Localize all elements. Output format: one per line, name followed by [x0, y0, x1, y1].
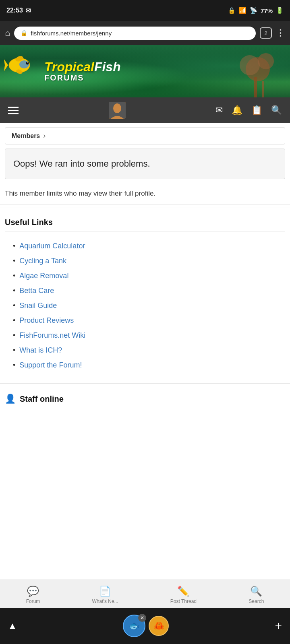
message-icon: ✉: [25, 7, 31, 14]
list-item: • Product Reviews: [13, 313, 285, 328]
wifi-icon: 📶: [239, 7, 246, 14]
tabs-button[interactable]: 2: [260, 27, 272, 39]
useful-links-section: Useful Links • Aquarium Calculator • Cyc…: [0, 211, 290, 380]
user-avatar[interactable]: [109, 102, 126, 119]
svg-point-4: [27, 62, 28, 63]
list-item: • Aquarium Calculator: [13, 239, 285, 254]
bullet-8: •: [13, 346, 15, 355]
bullet-1: •: [13, 242, 15, 250]
logo-forums: FORUMS: [44, 73, 121, 83]
post-thread-label: Post Thread: [170, 599, 197, 604]
tab-count: 2: [264, 30, 267, 36]
staff-online-section: 👤 Staff online: [0, 387, 290, 407]
url-bar[interactable]: 🔒 fishforums.net/members/jenny: [14, 27, 256, 40]
bell-icon[interactable]: 🔔: [232, 105, 242, 116]
link-what-is-ich[interactable]: What is ICH?: [19, 346, 62, 355]
list-item: • Algae Removal: [13, 268, 285, 283]
post-thread-icon: ✏️: [177, 586, 189, 597]
svg-point-3: [26, 62, 29, 65]
up-arrow-button[interactable]: ▲: [8, 621, 17, 631]
forum-icon: 💬: [27, 586, 39, 597]
lock-icon: 🔒: [228, 7, 236, 14]
tabs-row: 🐟 ✕ 🦀: [123, 615, 169, 637]
staff-online-title: Staff online: [20, 394, 64, 404]
site-banner: Tropical Fish FORUMS: [0, 45, 290, 97]
active-tab-2[interactable]: 🦀: [149, 616, 169, 636]
logo-tropical: Tropical: [44, 60, 94, 73]
system-bottom-bar: ▲ 🐟 ✕ 🦀 +: [0, 608, 290, 644]
nav-bar: ✉ 🔔 📋 🔍: [0, 97, 290, 123]
link-cycling-tank[interactable]: Cycling a Tank: [19, 257, 66, 265]
breadcrumb-members[interactable]: Members: [12, 132, 40, 140]
bullet-3: •: [13, 272, 15, 280]
bottom-nav: 💬 Forum 📄 What's Ne... ✏️ Post Thread 🔍 …: [0, 580, 290, 608]
url-text: fishforums.net/members/jenny: [31, 30, 112, 37]
close-tab-1[interactable]: ✕: [138, 614, 146, 622]
link-fishforums-wiki[interactable]: FishForums.net Wiki: [19, 331, 85, 340]
link-support-forum[interactable]: Support the Forum!: [19, 361, 82, 369]
bullet-7: •: [13, 331, 15, 340]
divider-2: [5, 231, 285, 231]
link-product-reviews[interactable]: Product Reviews: [19, 316, 74, 325]
list-item: • What is ICH?: [13, 343, 285, 358]
add-tab-button[interactable]: +: [275, 619, 282, 633]
bullet-4: •: [13, 287, 15, 295]
error-box: Oops! We ran into some problems.: [5, 149, 285, 179]
active-tab-1[interactable]: 🐟 ✕: [123, 615, 145, 637]
svg-rect-10: [254, 77, 257, 97]
breadcrumb: Members ›: [5, 127, 285, 144]
link-algae-removal[interactable]: Algae Removal: [19, 272, 68, 280]
signal-icon: 📡: [250, 7, 257, 14]
bullet-9: •: [13, 361, 15, 369]
divider-3: [0, 383, 290, 384]
list-item: • Betta Care: [13, 283, 285, 298]
svg-point-9: [240, 55, 260, 75]
more-options-button[interactable]: ⋮: [276, 28, 285, 38]
breadcrumb-arrow: ›: [43, 132, 46, 140]
nav-search[interactable]: 🔍 Search: [249, 586, 264, 604]
error-message: Oops! We ran into some problems.: [13, 159, 277, 169]
link-aquarium-calculator[interactable]: Aquarium Calculator: [19, 242, 85, 250]
useful-links-list: • Aquarium Calculator • Cycling a Tank •…: [5, 235, 285, 377]
browser-bar: ⌂ 🔒 fishforums.net/members/jenny 2 ⋮: [0, 21, 290, 45]
svg-rect-11: [262, 81, 264, 97]
staff-icon: 👤: [5, 394, 16, 404]
nav-whats-new[interactable]: 📄 What's Ne...: [92, 586, 118, 604]
whats-new-icon: 📄: [99, 586, 111, 597]
link-betta-care[interactable]: Betta Care: [19, 287, 54, 295]
battery-percent: 77%: [261, 7, 273, 14]
list-item: • Cycling a Tank: [13, 254, 285, 268]
whats-new-label: What's Ne...: [92, 599, 118, 604]
useful-links-title: Useful Links: [5, 218, 285, 227]
search-icon[interactable]: 🔍: [271, 105, 282, 116]
mail-icon[interactable]: ✉: [215, 105, 223, 116]
logo-fish-svg: [4, 53, 36, 77]
bullet-2: •: [13, 257, 15, 265]
search-label: Search: [249, 599, 264, 604]
list-item: • Support the Forum!: [13, 358, 285, 373]
bullet-5: •: [13, 301, 15, 310]
home-icon[interactable]: ⌂: [5, 28, 10, 38]
profile-limit-info: This member limits who may view their fu…: [0, 183, 290, 204]
status-time: 22:53: [6, 7, 23, 14]
bullet-6: •: [13, 316, 15, 325]
svg-marker-1: [4, 59, 8, 71]
forum-label: Forum: [26, 599, 40, 604]
search-nav-icon: 🔍: [250, 586, 262, 597]
divider-1: [0, 208, 290, 208]
list-item: • FishForums.net Wiki: [13, 328, 285, 343]
nav-forum[interactable]: 💬 Forum: [26, 586, 40, 604]
hamburger-menu[interactable]: [8, 107, 19, 114]
logo-fish-text: Fish: [94, 60, 121, 73]
svg-point-8: [258, 53, 274, 69]
link-snail-guide[interactable]: Snail Guide: [19, 301, 57, 310]
list-item: • Snail Guide: [13, 298, 285, 313]
document-icon[interactable]: 📋: [251, 105, 262, 116]
status-bar: 22:53 ✉ 🔒 📶 📡 77% 🔋: [0, 0, 290, 21]
svg-point-13: [113, 103, 121, 113]
url-lock-icon: 🔒: [21, 30, 27, 36]
nav-post-thread[interactable]: ✏️ Post Thread: [170, 586, 197, 604]
battery-icon: 🔋: [276, 7, 284, 14]
